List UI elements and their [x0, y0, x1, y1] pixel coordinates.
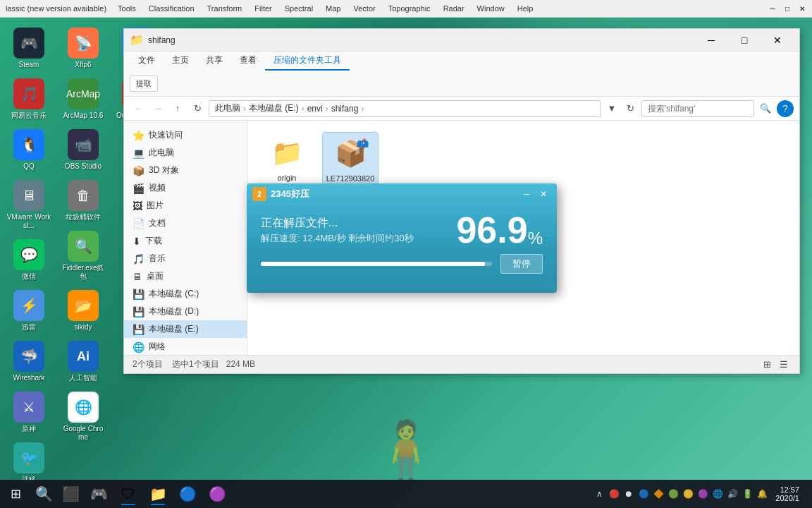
- taskbar: ⊞ 🔍 ⬛ 🎮 🛡 📁 🔵 🟣 ∧ 🔴 ⏺ 🔵 🔶 🟢 🟡 🟣 🌐 🔊: [0, 480, 812, 508]
- status-item-count: 2个项目 选中1个项目 224 MB: [133, 358, 255, 370]
- nav-dropdown-button[interactable]: ▼: [603, 100, 620, 117]
- tray-chevron[interactable]: ∧: [593, 488, 605, 500]
- desktop-icon-trash[interactable]: 🗑 垃圾桶软件: [58, 177, 109, 224]
- dialog-minimize-button[interactable]: ─: [519, 186, 534, 202]
- tray-icon3[interactable]: 🔵: [637, 488, 650, 500]
- tray-battery-icon[interactable]: 🔋: [741, 488, 753, 500]
- sidebar-pictures[interactable]: 🖼 图片: [124, 197, 247, 214]
- envi-title: lassic (new version available): [0, 4, 112, 13]
- desktop-icon-wechat[interactable]: 💬 微信: [4, 236, 54, 284]
- desktop-icon-genshin[interactable]: ⚔ 原神: [4, 389, 54, 436]
- desktop-icon-ai[interactable]: Ai 人工智能: [58, 338, 109, 385]
- sidebar-quick-access[interactable]: ⭐ 快速访问: [124, 126, 247, 144]
- search-input[interactable]: [641, 100, 754, 117]
- dialog-close-button[interactable]: ✕: [536, 186, 551, 202]
- desktop-icon-obs[interactable]: 📹 OBS Studio: [58, 126, 109, 174]
- tab-compress-tools[interactable]: 压缩的文件夹工具: [265, 52, 350, 71]
- file-name-origin: origin: [278, 174, 297, 183]
- breadcrumb-computer[interactable]: 此电脑: [215, 102, 240, 114]
- tray-icon6[interactable]: 🟡: [682, 488, 694, 500]
- sidebar-documents[interactable]: 📄 文档: [124, 214, 247, 232]
- menu-topographic[interactable]: Topographic: [383, 3, 436, 14]
- folder-icon-origin: 📁: [269, 135, 305, 171]
- desktop-icon-qq[interactable]: 🐧 QQ: [4, 126, 54, 174]
- breadcrumb-envi[interactable]: envi: [307, 104, 323, 114]
- tab-view[interactable]: 查看: [231, 52, 265, 71]
- desktop-icon-steam[interactable]: 🎮 Steam: [4, 25, 54, 72]
- help-button[interactable]: ?: [777, 100, 794, 117]
- taskbar-app1[interactable]: 🔵: [173, 481, 202, 507]
- view-list-button[interactable]: ☰: [777, 358, 791, 372]
- sidebar-drive-e[interactable]: 💾 本地磁盘 (E:): [124, 320, 247, 338]
- nav-back-button[interactable]: ←: [130, 100, 147, 117]
- menu-help[interactable]: Help: [512, 3, 539, 14]
- taskbar-taskview-button[interactable]: ⬛: [58, 481, 83, 507]
- envi-minimize-button[interactable]: ─: [765, 2, 780, 15]
- sidebar-drive-c[interactable]: 💾 本地磁盘 (C:): [124, 285, 247, 303]
- tab-file[interactable]: 文件: [130, 52, 164, 71]
- menu-transform[interactable]: Transform: [202, 3, 248, 14]
- menu-tools[interactable]: Tools: [112, 3, 142, 14]
- nav-refresh-button[interactable]: ↻: [189, 100, 206, 117]
- nav-search-refresh-button[interactable]: ↻: [622, 100, 639, 117]
- view-grid-button[interactable]: ⊞: [760, 358, 774, 372]
- desktop-icon-netease[interactable]: 🎵 网易云音乐: [4, 75, 54, 123]
- tray-sound-icon[interactable]: 🔊: [726, 488, 739, 500]
- taskbar-search-button[interactable]: 🔍: [31, 481, 56, 507]
- tab-home[interactable]: 主页: [164, 52, 197, 71]
- desktop-icon-vmware[interactable]: 🖥 VMware Workst...: [4, 177, 54, 233]
- pause-button[interactable]: 暂停: [500, 254, 543, 274]
- explorer-maximize-button[interactable]: □: [728, 30, 761, 50]
- menu-map[interactable]: Map: [320, 3, 346, 14]
- taskbar-file-explorer-app[interactable]: 📁: [144, 481, 172, 507]
- desktop-icon-thunder[interactable]: ⚡ 迅雷: [4, 287, 54, 334]
- sidebar-3d-objects[interactable]: 📦 3D 对象: [124, 162, 247, 179]
- sidebar-network[interactable]: 🌐 网络: [124, 338, 247, 355]
- sidebar-music[interactable]: 🎵 音乐: [124, 250, 247, 267]
- envi-close-button[interactable]: ✕: [795, 2, 809, 15]
- menu-window[interactable]: Window: [472, 3, 510, 14]
- tab-share[interactable]: 共享: [197, 52, 231, 71]
- tray-icon5[interactable]: 🟢: [667, 488, 679, 500]
- tray-icon2[interactable]: ⏺: [622, 488, 635, 500]
- desktop-icon-chrome[interactable]: 🌐 Google Chrome: [58, 389, 109, 445]
- search-button[interactable]: 🔍: [757, 100, 774, 117]
- sidebar-network-label: 网络: [149, 341, 166, 353]
- menu-filter[interactable]: Filter: [249, 3, 277, 14]
- taskbar-app2[interactable]: 🟣: [203, 481, 231, 507]
- address-bar[interactable]: 此电脑 › 本地磁盘 (E:) › envi › shifang ›: [209, 100, 601, 117]
- explorer-minimize-button[interactable]: ─: [695, 30, 727, 50]
- sidebar-3d-label: 3D 对象: [149, 164, 179, 176]
- tray-icon4[interactable]: 🔶: [652, 488, 665, 500]
- desktop-icon-sikidy[interactable]: 📂 sikidy: [58, 287, 109, 334]
- menu-classification[interactable]: Classification: [143, 3, 200, 14]
- menu-vector[interactable]: Vector: [348, 3, 381, 14]
- desktop-icon-arcmap[interactable]: ArcMap ArcMap 10.6: [58, 75, 109, 123]
- desktop-icon-wireshark[interactable]: 🦈 Wireshark: [4, 338, 54, 385]
- breadcrumb-shifang[interactable]: shifang: [331, 104, 359, 114]
- tray-network-icon[interactable]: 🌐: [711, 488, 724, 500]
- start-button[interactable]: ⊞: [3, 481, 28, 507]
- breadcrumb-localdisk[interactable]: 本地磁盘 (E:): [249, 102, 299, 114]
- taskbar-clock[interactable]: 12:57 2020/1: [771, 485, 804, 502]
- tray-icon7[interactable]: 🟣: [696, 488, 709, 500]
- menu-spectral[interactable]: Spectral: [279, 3, 319, 14]
- sidebar-downloads[interactable]: ⬇ 下载: [124, 232, 247, 250]
- taskbar-steam-app[interactable]: 🎮: [85, 481, 113, 507]
- desktop-icon-fiddler[interactable]: 🔍 Fiddler.exe抓包: [58, 228, 109, 284]
- envi-maximize-button[interactable]: □: [780, 2, 794, 15]
- sidebar-videos[interactable]: 🎬 视频: [124, 179, 247, 197]
- desktop-icon-xftp[interactable]: 📡 Xftp6: [58, 25, 109, 72]
- taskbar-defender-app[interactable]: 🛡: [114, 481, 142, 507]
- menu-radar[interactable]: Radar: [438, 3, 470, 14]
- nav-up-button[interactable]: ↑: [169, 100, 186, 117]
- ribbon-extract-button[interactable]: 提取: [130, 75, 158, 92]
- tray-notification-icon[interactable]: 🔔: [756, 488, 768, 500]
- explorer-close-button[interactable]: ✕: [761, 30, 794, 50]
- sidebar-this-pc[interactable]: 💻 此电脑: [124, 144, 247, 162]
- sidebar-desktop[interactable]: 🖥 桌面: [124, 267, 247, 285]
- nav-forward-button[interactable]: →: [149, 100, 166, 117]
- tray-icon1[interactable]: 🔴: [608, 488, 620, 500]
- desktop-icon-wireshark-label: Wireshark: [13, 374, 44, 382]
- sidebar-drive-d[interactable]: 💾 本地磁盘 (D:): [124, 303, 247, 320]
